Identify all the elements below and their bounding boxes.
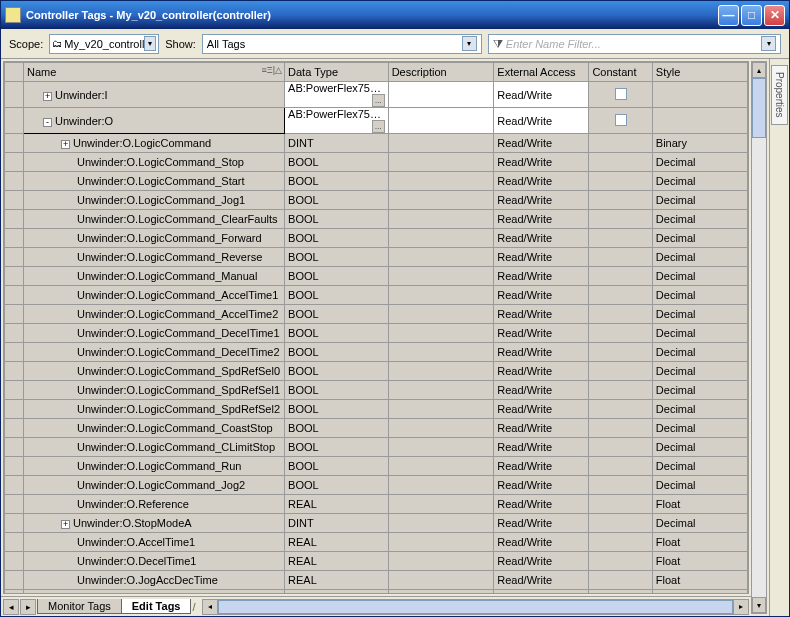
cell-description[interactable] xyxy=(388,476,494,495)
cell-style[interactable]: Decimal xyxy=(652,362,747,381)
table-row[interactable]: Unwinder:O.ReferenceREALRead/WriteFloat xyxy=(5,495,748,514)
cell-description[interactable] xyxy=(388,419,494,438)
table-row[interactable]: Unwinder:O.LogicCommand_Jog1BOOLRead/Wri… xyxy=(5,191,748,210)
cell-name[interactable]: Unwinder:O.LogicCommand_Jog2 xyxy=(24,476,285,495)
cell-name[interactable]: Unwinder:O.LogicCommand_Jog1 xyxy=(24,191,285,210)
cell-name[interactable]: Unwinder:O.LogicCommand_SpdRefSel2 xyxy=(24,400,285,419)
cell-name[interactable]: Unwinder:O.LogicCommand_Stop xyxy=(24,153,285,172)
cell-constant[interactable] xyxy=(589,210,652,229)
cell-description[interactable] xyxy=(388,514,494,533)
table-row[interactable]: Unwinder:O.JogAccDecTimeREALRead/WriteFl… xyxy=(5,571,748,590)
table-row[interactable]: Unwinder:O.AccelTime1REALRead/WriteFloat xyxy=(5,533,748,552)
table-row[interactable]: Unwinder:O.JogSpeed1REALRead/WriteFloat xyxy=(5,590,748,595)
cell-description[interactable] xyxy=(388,552,494,571)
cell-description[interactable] xyxy=(388,134,494,153)
cell-datatype[interactable]: BOOL xyxy=(285,457,389,476)
tab-edit-tags[interactable]: Edit Tags xyxy=(121,599,192,614)
scroll-up-icon[interactable]: ▴ xyxy=(752,62,766,78)
cell-description[interactable] xyxy=(388,172,494,191)
cell-name[interactable]: Unwinder:O.LogicCommand_CoastStop xyxy=(24,419,285,438)
cell-constant[interactable] xyxy=(589,362,652,381)
expand-icon[interactable]: + xyxy=(43,92,52,101)
cell-constant[interactable] xyxy=(589,134,652,153)
cell-name[interactable]: Unwinder:O.JogAccDecTime xyxy=(24,571,285,590)
cell-description[interactable] xyxy=(388,229,494,248)
cell-description[interactable] xyxy=(388,153,494,172)
table-row[interactable]: +Unwinder:O.StopModeADINTRead/WriteDecim… xyxy=(5,514,748,533)
table-row[interactable]: Unwinder:O.LogicCommand_CLimitStopBOOLRe… xyxy=(5,438,748,457)
table-row[interactable]: Unwinder:O.LogicCommand_StartBOOLRead/Wr… xyxy=(5,172,748,191)
vertical-scrollbar[interactable]: ▴ ▾ xyxy=(751,61,767,614)
cell-style[interactable]: Float xyxy=(652,552,747,571)
row-selector[interactable] xyxy=(5,305,24,324)
table-row[interactable]: Unwinder:O.LogicCommand_DecelTime2BOOLRe… xyxy=(5,343,748,362)
col-header-description[interactable]: Description xyxy=(388,63,494,82)
cell-external-access[interactable]: Read/Write xyxy=(494,229,589,248)
cell-name[interactable]: Unwinder:O.LogicCommand_Reverse xyxy=(24,248,285,267)
col-header-name[interactable]: Name≡Ξ|△ xyxy=(24,63,285,82)
cell-external-access[interactable]: Read/Write xyxy=(494,108,589,134)
table-row[interactable]: Unwinder:O.LogicCommand_ManualBOOLRead/W… xyxy=(5,267,748,286)
cell-external-access[interactable]: Read/Write xyxy=(494,514,589,533)
table-row[interactable]: Unwinder:O.DecelTime1REALRead/WriteFloat xyxy=(5,552,748,571)
nav-first-icon[interactable]: ◂ xyxy=(3,599,19,615)
cell-style[interactable]: Decimal xyxy=(652,514,747,533)
cell-datatype[interactable]: BOOL xyxy=(285,248,389,267)
row-selector[interactable] xyxy=(5,495,24,514)
cell-style[interactable]: Decimal xyxy=(652,457,747,476)
table-row[interactable]: Unwinder:O.LogicCommand_CoastStopBOOLRea… xyxy=(5,419,748,438)
chevron-down-icon[interactable]: ▾ xyxy=(462,36,477,51)
close-button[interactable]: ✕ xyxy=(764,5,785,26)
cell-external-access[interactable]: Read/Write xyxy=(494,134,589,153)
row-selector[interactable] xyxy=(5,533,24,552)
row-selector[interactable] xyxy=(5,229,24,248)
cell-style[interactable]: Decimal xyxy=(652,438,747,457)
row-selector[interactable] xyxy=(5,514,24,533)
cell-style[interactable]: Decimal xyxy=(652,419,747,438)
row-selector[interactable] xyxy=(5,191,24,210)
table-row[interactable]: Unwinder:O.LogicCommand_SpdRefSel1BOOLRe… xyxy=(5,381,748,400)
cell-description[interactable] xyxy=(388,381,494,400)
show-dropdown[interactable]: All Tags ▾ xyxy=(202,34,482,54)
table-row[interactable]: +Unwinder:IAB:PowerFlex755...…Read/Write xyxy=(5,82,748,108)
cell-datatype[interactable]: BOOL xyxy=(285,153,389,172)
cell-name[interactable]: +Unwinder:O.LogicCommand xyxy=(24,134,285,153)
cell-description[interactable] xyxy=(388,590,494,595)
cell-style[interactable]: Binary xyxy=(652,134,747,153)
cell-style[interactable]: Decimal xyxy=(652,476,747,495)
row-selector[interactable] xyxy=(5,419,24,438)
name-filter-input[interactable]: ⧩ Enter Name Filter... ▾ xyxy=(488,34,781,54)
row-selector[interactable] xyxy=(5,210,24,229)
cell-datatype[interactable]: REAL xyxy=(285,533,389,552)
row-selector[interactable] xyxy=(5,172,24,191)
cell-constant[interactable] xyxy=(589,495,652,514)
cell-external-access[interactable]: Read/Write xyxy=(494,362,589,381)
cell-style[interactable] xyxy=(652,108,747,134)
cell-constant[interactable] xyxy=(589,571,652,590)
cell-datatype[interactable]: REAL xyxy=(285,590,389,595)
cell-description[interactable] xyxy=(388,191,494,210)
table-row[interactable]: Unwinder:O.LogicCommand_ReverseBOOLRead/… xyxy=(5,248,748,267)
table-row[interactable]: -Unwinder:OAB:PowerFlex755...…Read/Write xyxy=(5,108,748,134)
cell-style[interactable]: Decimal xyxy=(652,172,747,191)
cell-datatype[interactable]: BOOL xyxy=(285,438,389,457)
cell-style[interactable]: Decimal xyxy=(652,191,747,210)
cell-name[interactable]: Unwinder:O.LogicCommand_ClearFaults xyxy=(24,210,285,229)
cell-name[interactable]: Unwinder:O.DecelTime1 xyxy=(24,552,285,571)
cell-constant[interactable] xyxy=(589,381,652,400)
tags-grid[interactable]: Name≡Ξ|△ Data Type Description External … xyxy=(3,61,749,594)
cell-name[interactable]: Unwinder:O.LogicCommand_CLimitStop xyxy=(24,438,285,457)
cell-style[interactable]: Decimal xyxy=(652,267,747,286)
cell-external-access[interactable]: Read/Write xyxy=(494,419,589,438)
row-selector[interactable] xyxy=(5,381,24,400)
cell-datatype[interactable]: DINT xyxy=(285,514,389,533)
cell-external-access[interactable]: Read/Write xyxy=(494,552,589,571)
expand-icon[interactable]: + xyxy=(61,520,70,529)
cell-description[interactable] xyxy=(388,495,494,514)
cell-constant[interactable] xyxy=(589,229,652,248)
cell-name[interactable]: Unwinder:O.LogicCommand_DecelTime1 xyxy=(24,324,285,343)
cell-constant[interactable] xyxy=(589,82,652,108)
cell-constant[interactable] xyxy=(589,267,652,286)
cell-external-access[interactable]: Read/Write xyxy=(494,457,589,476)
cell-name[interactable]: Unwinder:O.LogicCommand_AccelTime2 xyxy=(24,305,285,324)
